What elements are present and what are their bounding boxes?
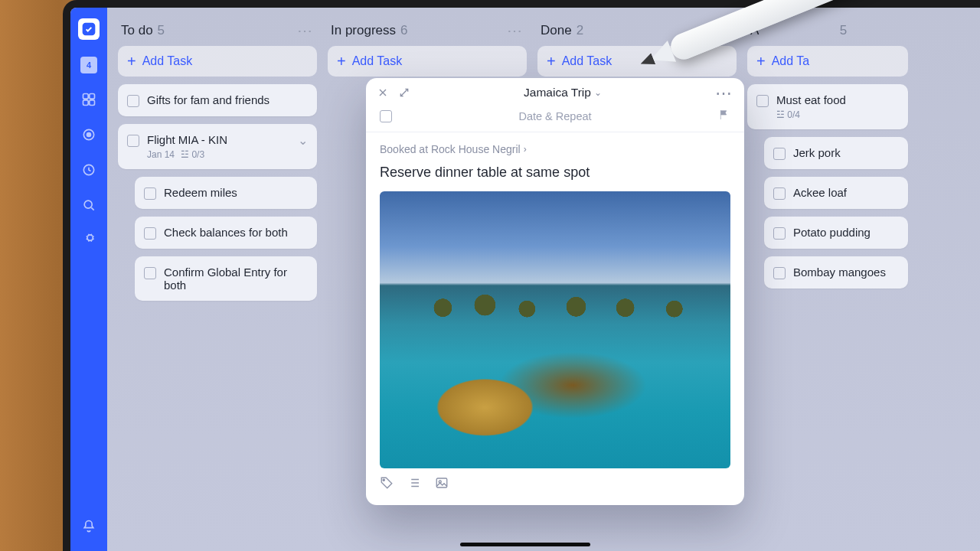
calendar-day: 4 [87, 60, 91, 70]
modal-checkbox[interactable] [380, 110, 392, 122]
tag-icon[interactable] [380, 476, 394, 493]
checkbox-app-icon[interactable] [78, 18, 100, 40]
list-icon[interactable] [407, 476, 421, 493]
breadcrumb-text: Booked at Rock House Negril [380, 143, 521, 155]
subtask-card[interactable]: Bombay mangoes [764, 256, 908, 289]
column-count: 5 [158, 23, 165, 38]
checkbox[interactable] [773, 227, 786, 240]
modal-meta-row: Date & Repeat [366, 104, 744, 132]
subtask-card[interactable]: Jerk pork [764, 137, 908, 169]
subtask-title: Redeem miles [164, 186, 308, 199]
modal-body: Booked at Rock House Negril › Reserve di… [366, 132, 744, 505]
chevron-down-icon[interactable]: ⌄ [298, 133, 308, 148]
dashboard-icon[interactable] [80, 90, 98, 109]
checkbox[interactable] [127, 95, 139, 107]
checkbox[interactable] [144, 227, 156, 240]
checkbox[interactable] [127, 135, 139, 147]
tablet-frame: 4 To do [63, 0, 980, 551]
modal-footer-tools [380, 468, 730, 496]
subtask-card[interactable]: Potato pudding [764, 217, 908, 249]
subtask-card[interactable]: Redeem miles [135, 177, 317, 209]
home-indicator[interactable] [460, 543, 590, 546]
column-count: 2 [577, 23, 583, 38]
modal-list-name: Jamaica Trip [524, 86, 591, 99]
column-menu-icon[interactable]: ⋯ [297, 23, 314, 38]
plus-icon: + [127, 54, 136, 69]
subtask-list: Jerk pork Ackee loaf Potato pudding Bomb… [747, 137, 908, 296]
subtask-card[interactable]: Ackee loaf [764, 177, 908, 209]
task-card[interactable]: Gifts for fam and friends [118, 84, 317, 116]
subtask-card[interactable]: Confirm Global Entry for both [135, 256, 317, 301]
svg-point-6 [87, 133, 91, 137]
column-todo: To do 5 ⋯ + Add Task Gifts for fam and f… [118, 18, 317, 540]
column-header: To do 5 ⋯ [118, 18, 317, 46]
app-screen: 4 To do [70, 8, 980, 551]
column-title: To do [121, 23, 153, 38]
column-header: In progress 6 ⋯ [328, 18, 527, 46]
subtask-list: Redeem miles Check balances for both Con… [118, 177, 317, 308]
settings-icon[interactable] [80, 231, 98, 249]
flag-icon[interactable] [718, 109, 730, 124]
task-title: Must eat food [776, 93, 899, 106]
task-detail-modal: Jamaica Trip ⌄ ⋯ Date & Repeat Booked at… [366, 78, 744, 505]
calendar-icon[interactable]: 4 [80, 57, 97, 73]
modal-list-selector[interactable]: Jamaica Trip ⌄ [420, 86, 706, 99]
checkbox[interactable] [773, 267, 786, 279]
svg-rect-10 [436, 478, 447, 487]
add-task-button[interactable]: + Add Task [118, 46, 317, 77]
svg-rect-1 [83, 94, 89, 99]
task-title: Flight MIA - KIN [147, 133, 290, 146]
checkbox[interactable] [756, 95, 769, 107]
modal-task-title[interactable]: Reserve dinner table at same spot [380, 165, 730, 191]
clock-icon[interactable] [80, 161, 98, 179]
chevron-down-icon: ⌄ [594, 87, 602, 98]
add-task-button[interactable]: + Add Ta [747, 46, 908, 77]
column-count: 5 [840, 23, 847, 38]
column-menu-icon[interactable]: ⋯ [507, 23, 524, 38]
image-icon[interactable] [435, 476, 449, 493]
modal-header: Jamaica Trip ⌄ ⋯ [366, 78, 744, 104]
plus-icon: + [337, 54, 346, 69]
add-task-label: Add Task [352, 54, 403, 68]
target-icon[interactable] [80, 126, 98, 144]
column-partial: A xxxxxxxxxxx 5 + Add Ta Must eat food ☳… [747, 18, 908, 540]
task-title: Gifts for fam and friends [147, 93, 308, 106]
svg-rect-2 [90, 94, 95, 99]
plus-icon: + [756, 54, 766, 69]
subtask-title: Bombay mangoes [793, 266, 899, 279]
task-date: Jan 14 [147, 149, 175, 160]
subtask-progress: ☳ 0/3 [181, 149, 204, 160]
svg-rect-3 [83, 100, 89, 106]
checkbox[interactable] [773, 187, 786, 200]
add-task-label: Add Ta [772, 54, 810, 68]
close-icon[interactable] [377, 86, 389, 99]
subtask-progress: ☳ 0/4 [776, 109, 800, 120]
svg-point-8 [84, 201, 92, 208]
modal-breadcrumb[interactable]: Booked at Rock House Negril › [380, 135, 730, 165]
expand-icon[interactable] [398, 86, 410, 99]
nav-rail: 4 [70, 8, 107, 551]
subtask-title: Ackee loaf [793, 186, 899, 199]
svg-point-9 [383, 479, 384, 481]
modal-more-icon[interactable]: ⋯ [715, 89, 733, 97]
svg-rect-4 [90, 100, 95, 106]
checkbox[interactable] [144, 187, 156, 200]
task-photo[interactable] [380, 191, 730, 468]
chevron-right-icon: › [524, 144, 527, 155]
column-count: 6 [400, 23, 407, 38]
bell-icon[interactable] [80, 517, 98, 536]
task-meta: ☳ 0/4 [776, 109, 899, 120]
checkbox[interactable] [773, 148, 786, 160]
checkbox[interactable] [144, 267, 156, 279]
search-icon[interactable] [80, 196, 98, 214]
task-card[interactable]: Must eat food ☳ 0/4 [747, 84, 908, 129]
task-card[interactable]: Flight MIA - KIN Jan 14 ☳ 0/3 ⌄ [118, 124, 317, 169]
task-meta: Jan 14 ☳ 0/3 [147, 149, 290, 160]
subtask-card[interactable]: Check balances for both [135, 217, 317, 249]
date-repeat-button[interactable]: Date & Repeat [401, 110, 709, 122]
add-task-button[interactable]: + Add Task [328, 46, 527, 77]
column-title: Done [541, 23, 572, 38]
subtask-title: Potato pudding [793, 226, 899, 239]
subtask-title: Jerk pork [793, 146, 899, 159]
add-task-label: Add Task [562, 54, 612, 68]
